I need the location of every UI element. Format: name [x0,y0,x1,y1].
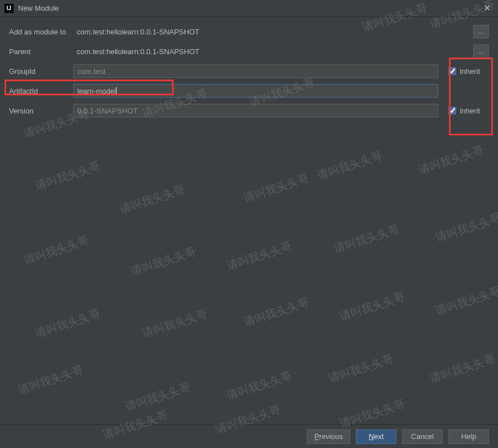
watermark-text: 请叫我头头哥 [315,148,384,183]
inherit-version[interactable]: Inherit [448,107,489,115]
watermark-text: 请叫我头头哥 [327,351,395,386]
watermark-text: 请叫我头头哥 [242,170,311,206]
label-add-as-module: Add as module to [9,28,73,36]
watermark-text: 请叫我头头哥 [140,306,209,341]
previous-rest: revious [319,432,343,441]
label-group-id: GroupId [9,67,73,76]
watermark-text: 请叫我头头哥 [225,238,294,274]
next-button[interactable]: Next [356,429,396,444]
checkbox-inherit-version[interactable] [448,107,456,115]
watermark-text: 请叫我头头哥 [332,221,401,257]
value-add-as-module: com.test:hellolearn:0.0.1-SNAPSHOT [73,25,463,38]
watermark-text: 请叫我头头哥 [33,158,102,194]
previous-button[interactable]: Previous [307,429,350,444]
browse-add-as-module-button[interactable]: ... [473,25,489,38]
text-caret-icon [116,87,117,95]
watermark-text: 请叫我头头哥 [242,295,311,330]
window-title: New Module [18,4,475,12]
watermark-text: 请叫我头头哥 [118,182,187,217]
label-inherit-version: Inherit [460,107,480,115]
watermark-text: 请叫我头头哥 [338,289,407,324]
label-parent: Parent [9,47,73,56]
cancel-button[interactable]: Cancel [402,429,443,444]
row-parent: Parent com.test:hellolearn:0.0.1-SNAPSHO… [9,45,489,58]
watermark-text: 请叫我头头哥 [417,142,486,178]
app-icon: IJ [5,4,14,13]
row-group-id: GroupId Inherit [9,64,489,78]
inherit-group-id[interactable]: Inherit [448,67,489,76]
watermark-text: 请叫我头头哥 [33,306,102,341]
close-icon[interactable]: ✕ [475,0,498,17]
checkbox-inherit-group-id[interactable] [448,67,456,75]
form-area: Add as module to com.test:hellolearn:0.0… [0,17,498,117]
input-version[interactable] [73,104,438,117]
watermark-text: 请叫我头头哥 [428,351,497,386]
next-rest: ext [374,432,384,441]
input-group-id[interactable] [73,64,438,78]
watermark-text: 请叫我头头哥 [22,232,91,268]
row-version: Version Inherit [9,104,489,117]
watermark-text: 请叫我头头哥 [16,362,85,398]
footer-bar: Previous Next Cancel Help [0,424,498,448]
input-artifact-id[interactable]: learn-model [73,84,438,98]
input-artifact-id-text: learn-model [77,87,116,95]
title-bar: IJ New Module ✕ [0,0,498,17]
label-artifact-id: ArtifactId [9,87,73,95]
label-version: Version [9,107,73,115]
browse-parent-button[interactable]: ... [473,45,489,58]
value-parent: com.test:hellolearn:0.0.1-SNAPSHOT [73,45,463,58]
watermark-text: 请叫我头头哥 [434,210,498,245]
help-button[interactable]: Help [448,429,489,444]
label-inherit-group-id: Inherit [460,67,480,76]
watermark-text: 请叫我头头哥 [434,283,498,319]
row-artifact-id: ArtifactId learn-model [9,84,489,98]
watermark-text: 请叫我头头哥 [124,379,192,415]
watermark-text: 请叫我头头哥 [129,244,198,279]
row-add-as-module: Add as module to com.test:hellolearn:0.0… [9,25,489,38]
watermark-text: 请叫我头头哥 [225,368,294,403]
